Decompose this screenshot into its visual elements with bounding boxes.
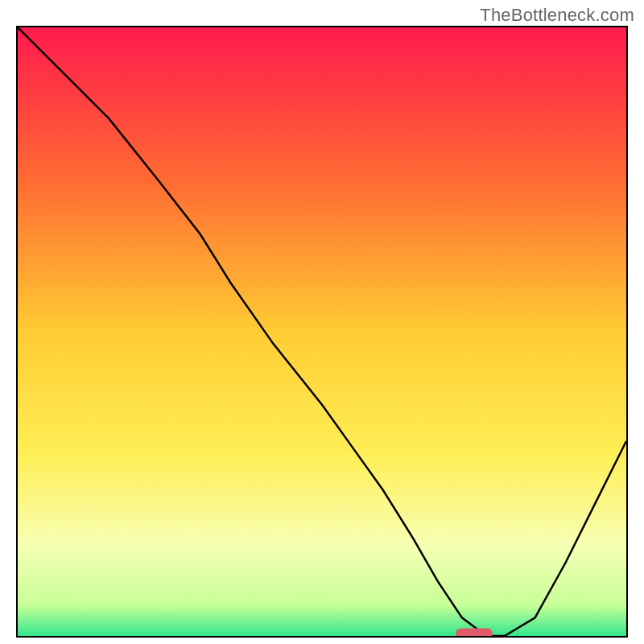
chart-plot-area — [16, 26, 628, 638]
optimal-marker — [456, 628, 492, 636]
watermark-text: TheBottleneck.com — [480, 5, 634, 26]
chart-svg — [18, 27, 626, 636]
